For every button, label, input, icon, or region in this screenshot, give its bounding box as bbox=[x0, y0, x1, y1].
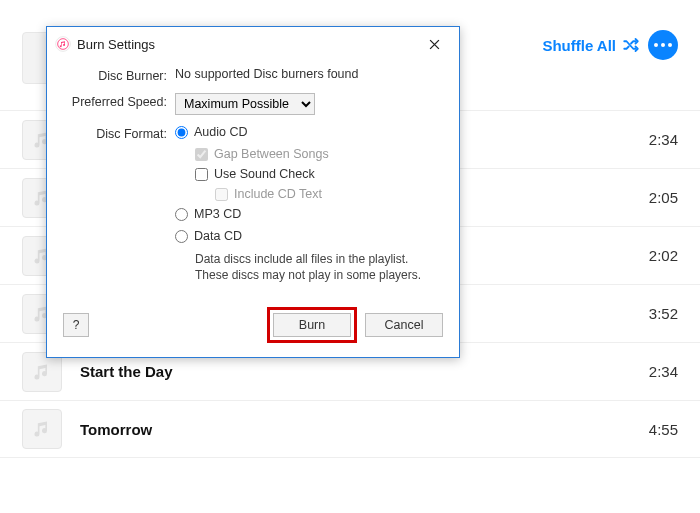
dialog-titlebar: Burn Settings bbox=[47, 27, 459, 61]
album-art-placeholder bbox=[22, 409, 62, 449]
track-duration: 4:55 bbox=[649, 421, 678, 438]
dialog-body: Disc Burner: No supported Disc burners f… bbox=[47, 61, 459, 357]
gap-between-songs-input bbox=[195, 148, 208, 161]
disc-burner-label: Disc Burner: bbox=[63, 67, 175, 83]
track-duration: 2:34 bbox=[649, 363, 678, 380]
track-duration: 2:34 bbox=[649, 131, 678, 148]
more-options-button[interactable] bbox=[648, 30, 678, 60]
track-duration: 2:05 bbox=[649, 189, 678, 206]
burn-label: Burn bbox=[299, 318, 325, 332]
mp3-cd-radio[interactable]: MP3 CD bbox=[175, 207, 443, 221]
include-cd-text-label: Include CD Text bbox=[234, 187, 322, 201]
help-button[interactable]: ? bbox=[63, 313, 89, 337]
disc-burner-value: No supported Disc burners found bbox=[175, 67, 443, 81]
track-title: Tomorrow bbox=[80, 421, 649, 438]
audio-cd-radio[interactable]: Audio CD bbox=[175, 125, 443, 139]
shuffle-icon bbox=[622, 36, 640, 54]
help-label: ? bbox=[73, 318, 80, 332]
gap-between-songs-label: Gap Between Songs bbox=[214, 147, 329, 161]
gap-between-songs-checkbox: Gap Between Songs bbox=[195, 147, 443, 161]
audio-cd-label: Audio CD bbox=[194, 125, 248, 139]
audio-cd-radio-input[interactable] bbox=[175, 126, 188, 139]
preferred-speed-select[interactable]: Maximum Possible bbox=[175, 93, 315, 115]
use-sound-check-checkbox[interactable]: Use Sound Check bbox=[195, 167, 443, 181]
disc-format-label: Disc Format: bbox=[63, 125, 175, 141]
include-cd-text-input bbox=[215, 188, 228, 201]
cancel-label: Cancel bbox=[385, 318, 424, 332]
data-cd-note-2: These discs may not play in some players… bbox=[195, 267, 443, 283]
dialog-title: Burn Settings bbox=[77, 37, 417, 52]
mp3-cd-label: MP3 CD bbox=[194, 207, 241, 221]
music-note-icon bbox=[32, 362, 52, 382]
close-icon bbox=[429, 39, 440, 50]
close-button[interactable] bbox=[417, 33, 451, 55]
dialog-footer: ? Burn Cancel bbox=[63, 293, 443, 343]
preferred-speed-label: Preferred Speed: bbox=[63, 93, 175, 109]
data-cd-radio-input[interactable] bbox=[175, 230, 188, 243]
cancel-button[interactable]: Cancel bbox=[365, 313, 443, 337]
track-duration: 3:52 bbox=[649, 305, 678, 322]
burn-button[interactable]: Burn bbox=[273, 313, 351, 337]
shuffle-all-button[interactable]: Shuffle All bbox=[542, 36, 640, 54]
data-cd-label: Data CD bbox=[194, 229, 242, 243]
itunes-icon bbox=[55, 36, 71, 52]
include-cd-text-checkbox: Include CD Text bbox=[215, 187, 443, 201]
mp3-cd-radio-input[interactable] bbox=[175, 208, 188, 221]
music-note-icon bbox=[32, 419, 52, 439]
burn-settings-dialog: Burn Settings Disc Burner: No supported … bbox=[46, 26, 460, 358]
track-duration: 2:02 bbox=[649, 247, 678, 264]
data-cd-radio[interactable]: Data CD bbox=[175, 229, 443, 243]
data-cd-note-1: Data discs include all files in the play… bbox=[195, 251, 443, 267]
use-sound-check-label: Use Sound Check bbox=[214, 167, 315, 181]
use-sound-check-input[interactable] bbox=[195, 168, 208, 181]
shuffle-all-label: Shuffle All bbox=[542, 37, 616, 54]
track-row[interactable]: Tomorrow 4:55 bbox=[0, 400, 700, 458]
burn-button-highlight: Burn bbox=[267, 307, 357, 343]
track-title: Start the Day bbox=[80, 363, 649, 380]
